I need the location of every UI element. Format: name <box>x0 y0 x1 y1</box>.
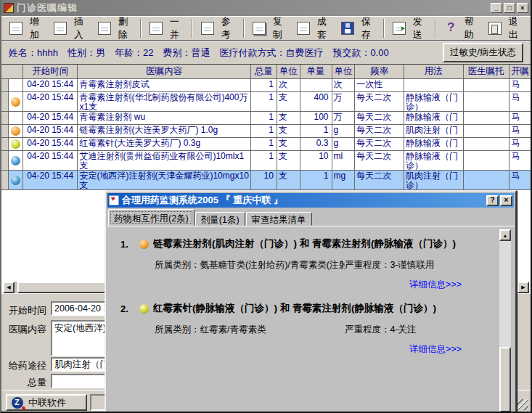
cell-dose-unit: 次 <box>332 79 356 92</box>
cell-total-unit: 支 <box>277 138 300 151</box>
cell-total: 1 <box>251 79 277 92</box>
cell-dose-unit: 万 <box>332 112 356 125</box>
cell-order-content: 艾迪注射剂(贵州益佰药业有限公司)10mlx1支 <box>78 151 251 171</box>
add-button[interactable]: 增加 <box>4 18 49 38</box>
merge-button[interactable]: 一并 <box>144 18 189 38</box>
column-header: 单位 <box>332 65 356 79</box>
table-row[interactable]: 04-20 15:44 青霉素注射剂皮试 1 次 次 一次性 马 <box>1 79 531 92</box>
dialog-help-button[interactable]: ? <box>486 195 499 206</box>
item-category: 所属类别：氨基糖苷类(注射给药)/青霉素类(注射给药 <box>155 259 345 271</box>
column-header: 开始时间 <box>23 65 78 79</box>
order-content-label: 医嘱内容 <box>4 323 46 336</box>
cell-usage: 肌肉注射（门诊） <box>404 171 464 190</box>
category-label: 所属类别： <box>155 324 200 335</box>
cell-total-unit: 支 <box>277 125 300 138</box>
cell-start-time: 04-20 15:44 <box>23 79 78 92</box>
item-severity: 严重程度：3-谨慎联用 <box>345 259 435 271</box>
cell-total-unit: 支 <box>277 151 300 171</box>
cell-frequency: 每天二次 <box>355 171 404 190</box>
allergy-history-button[interactable]: 过敏史/病生状态 <box>443 43 523 62</box>
table-row[interactable]: 04-20 15:44 红霉素针(大连美罗大药厂) 0.3g 1 支 0.3 g… <box>1 138 531 151</box>
cell-start-time: 04-20 15:44 <box>23 92 78 112</box>
outpatient-order-editor-window: 门诊医嘱编辑 _ □ × 增加 插入 删除 一并 参考 复制 成套 保存 发送 … <box>0 0 532 413</box>
delete-button[interactable]: 删除 <box>93 18 137 38</box>
cell-usage: 静脉输液（门诊） <box>404 151 464 171</box>
table-row[interactable]: 04-20 15:44 青霉素注射剂 wu 1 支 100 万 每天二次 静脉输… <box>1 112 531 125</box>
send-icon <box>393 22 406 35</box>
patient-field-label: 医疗付款方式： <box>219 47 285 58</box>
zlsoft-logo-icon <box>12 397 23 409</box>
cell-order-content: 安定(地西泮)注射剂(天津金耀药业)10mgx10支 <box>78 171 251 190</box>
resize-grip[interactable] <box>517 399 528 410</box>
add-icon <box>9 22 22 35</box>
dialog-tab[interactable]: 剂量(1条) <box>195 212 245 226</box>
toolbar-separator <box>435 19 436 38</box>
dialog-vertical-scrollbar[interactable]: ▲ <box>499 229 511 413</box>
severity-value: 4-关注 <box>390 324 417 335</box>
save-button[interactable]: 保存 <box>336 18 380 38</box>
patient-field-value: 男 <box>96 47 105 58</box>
item-index: 1. <box>120 239 135 250</box>
status-dot-icon <box>11 126 20 136</box>
maximize-button[interactable]: □ <box>504 3 515 13</box>
cell-start-time: 04-20 15:44 <box>23 112 78 125</box>
cell-dose-unit: g <box>332 125 356 138</box>
cell-start-time: 04-20 15:44 <box>23 171 78 190</box>
set-button[interactable]: 成套 <box>292 18 336 38</box>
scroll-up-button[interactable]: ▲ <box>499 229 511 241</box>
toolbar-separator <box>243 19 245 38</box>
toolbar-separator <box>192 19 193 38</box>
toolbar-button-label: 插入 <box>70 15 88 41</box>
exit-button[interactable]: 退出 <box>483 18 528 38</box>
detail-info-link[interactable]: 详细信息>>> <box>409 279 462 290</box>
cell-doctor-note <box>464 79 510 92</box>
patient-field: 预交款：0.00 <box>332 46 388 60</box>
insert-icon <box>54 22 67 35</box>
detail-info-link[interactable]: 详细信息>>> <box>409 344 462 354</box>
cell-frequency: 一次性 <box>355 79 404 92</box>
vscrollbar-thumb[interactable] <box>499 347 511 412</box>
vscrollbar-track[interactable] <box>499 241 511 413</box>
item-title: 链霉素注射剂(肌肉注射（门诊）) 和 青霉素注射剂(静脉输液（门诊）) <box>153 237 456 250</box>
row-margin-cell <box>1 138 9 151</box>
patient-field-label: 预交款： <box>332 47 370 58</box>
minimize-button[interactable]: _ <box>491 3 502 13</box>
help-icon <box>444 22 457 35</box>
dialog-close-button[interactable]: × <box>500 195 512 206</box>
category-value: 红霉素/青霉素类 <box>200 324 266 335</box>
toolbar-button-label: 增加 <box>25 15 44 41</box>
copy-button[interactable]: 复制 <box>247 18 292 38</box>
table-row[interactable]: 04-20 15:44 青霉素注射剂(华北制药股份有限公司)400万x1支 1 … <box>1 92 531 112</box>
toolbar-separator <box>140 19 142 38</box>
cell-total: 1 <box>251 125 277 138</box>
dialog-tab[interactable]: 药物相互作用(2条) <box>108 209 195 226</box>
cell-doctor: 马 <box>510 125 531 138</box>
tab-label: 剂量(1条) <box>201 215 240 225</box>
scroll-left-button[interactable]: ◀ <box>3 282 15 293</box>
table-row[interactable]: 04-20 15:44 链霉素注射剂(大连美罗大药厂) 1.0g 1 支 1 g… <box>1 125 531 138</box>
status-dot-icon <box>11 176 20 185</box>
patient-field-label: 费别： <box>163 47 191 58</box>
cell-dose-unit: mg <box>332 171 356 190</box>
table-row[interactable]: 04-20 15:44 艾迪注射剂(贵州益佰药业有限公司)10mlx1支 1 支… <box>1 151 531 171</box>
toolbar-button-label: 帮助 <box>460 15 478 41</box>
zlsoft-brand-button[interactable]: 中联软件 <box>6 394 87 411</box>
status-dot-icon <box>11 156 20 165</box>
cell-total-unit: 支 <box>277 112 300 125</box>
close-button[interactable]: × <box>517 3 528 13</box>
dialog-tab[interactable]: 审查结果清单 <box>246 212 312 226</box>
help-button[interactable]: 帮助 <box>439 18 483 38</box>
total-label: 总量 <box>4 376 46 389</box>
severity-label: 严重程度： <box>345 324 390 335</box>
cell-dose-unit: ml <box>332 151 356 171</box>
exit-icon <box>488 22 502 35</box>
cell-total: 1 <box>251 138 277 151</box>
send-button[interactable]: 发送 <box>388 18 432 38</box>
patient-field-value: 自费医疗 <box>285 47 323 58</box>
scroll-right-button[interactable]: ▶ <box>517 282 529 293</box>
item-link-line: 详细信息>>> <box>120 271 491 293</box>
table-row[interactable]: 04-20 15:44 安定(地西泮)注射剂(天津金耀药业)10mgx10支 1… <box>1 171 531 190</box>
insert-button[interactable]: 插入 <box>49 18 93 38</box>
reference-button[interactable]: 参考 <box>196 18 240 38</box>
tab-label: 药物相互作用(2条) <box>114 213 189 224</box>
